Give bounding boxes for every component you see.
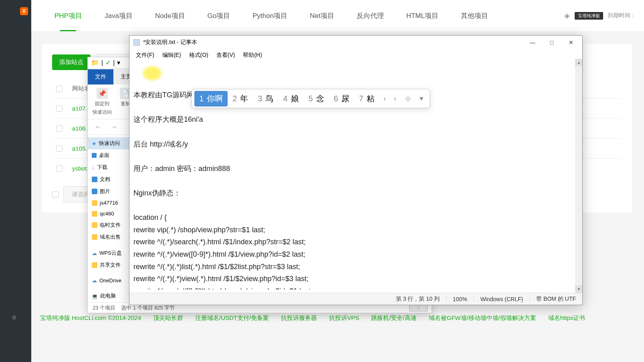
footer-link[interactable]: 顶尖站长群 xyxy=(153,314,183,322)
pin-quick-access-button[interactable]: 📌 固定到 快速访问 xyxy=(93,88,112,116)
tool-label: 固定到 xyxy=(95,101,109,107)
menu-help[interactable]: 帮助(H) xyxy=(240,51,265,60)
sidebar-folder[interactable]: qc480 xyxy=(88,208,131,219)
scroll-down-icon[interactable]: ▾ xyxy=(575,286,582,293)
line-ending: Windows (CRLF) xyxy=(474,296,530,302)
tab-other[interactable]: 其他项目 xyxy=(450,0,499,31)
tab-net[interactable]: Net项目 xyxy=(299,0,345,31)
close-button[interactable]: ✕ xyxy=(561,36,581,48)
hamburger-icon[interactable]: ≡ xyxy=(12,314,16,322)
ime-text: 粘 xyxy=(367,93,375,104)
encoding: 带 BOM 的 UTF xyxy=(529,296,582,303)
sidebar-this-pc[interactable]: 此电脑 xyxy=(88,290,131,302)
ime-emoji-button[interactable]: ☺ xyxy=(400,95,416,103)
ime-number: 4 xyxy=(283,94,287,103)
ime-next-button[interactable]: › xyxy=(390,95,400,103)
tab-java[interactable]: Java项目 xyxy=(93,0,144,31)
select-all-checkbox[interactable] xyxy=(52,191,59,198)
notepad-statusbar: 第 3 行，第 10 列 100% Windows (CRLF) 带 BOM 的… xyxy=(129,293,582,305)
folder-icon xyxy=(92,177,97,182)
menu-format[interactable]: 格式(O) xyxy=(186,51,212,60)
ime-candidate[interactable]: 4 娘 xyxy=(278,91,303,107)
footer-links: 宝塔纯净版 HostCLi.com ©2014-2024 顶尖站长群 注册域名/… xyxy=(40,314,632,322)
footer-link[interactable]: 抗投诉服务器 xyxy=(281,314,317,322)
sidebar-folder[interactable]: 域名出售 xyxy=(88,231,131,243)
ime-text: 尿 xyxy=(341,93,349,104)
ime-prev-button[interactable]: ‹ xyxy=(380,95,390,103)
tab-python[interactable]: Python项目 xyxy=(241,0,299,31)
view-icons-button[interactable] xyxy=(419,304,428,312)
sidebar-wps[interactable]: WPS云盘 xyxy=(88,247,131,259)
selection-info: 选中 1 个项目 825 字节 xyxy=(121,304,175,312)
check-all[interactable] xyxy=(56,86,63,92)
tab-go[interactable]: Go项目 xyxy=(196,0,242,31)
add-site-button[interactable]: 添加站点 xyxy=(52,54,91,70)
notepad-icon xyxy=(133,39,140,46)
footer-link[interactable]: 域名被GFW墙/移动墙中墙/假墙解决方案 xyxy=(429,314,536,322)
footer-link[interactable]: 跳板机/安全/高速 xyxy=(371,314,416,322)
sidebar-label: 桌面 xyxy=(99,152,109,159)
footer-link[interactable]: 宝塔纯净版 HostCLi.com ©2014-2024 xyxy=(40,314,141,322)
tab-proxy[interactable]: 反向代理 xyxy=(345,0,395,31)
ime-text: 年 xyxy=(240,93,248,104)
folder-icon xyxy=(92,211,97,217)
sidebar-pictures[interactable]: 图片 xyxy=(88,185,131,197)
ime-number: 1 xyxy=(199,94,204,103)
folder-icon xyxy=(92,200,97,206)
sidebar-label: WPS云盘 xyxy=(99,249,122,257)
forward-button[interactable]: → xyxy=(108,122,121,132)
ime-number: 6 xyxy=(334,94,338,103)
sidebar-folder[interactable]: js47716 xyxy=(88,197,131,208)
ime-candidate[interactable]: 7 粘 xyxy=(354,91,380,107)
view-toggle xyxy=(409,304,428,312)
sidebar-label: 快速访问 xyxy=(99,140,120,147)
ime-number: 2 xyxy=(232,94,237,103)
sidebar-label: OneDrive xyxy=(99,278,121,284)
sidebar-downloads[interactable]: 下载 xyxy=(88,161,131,173)
notepad-titlebar[interactable]: *安装说明.txt - 记事本 — □ ✕ xyxy=(129,36,582,49)
ime-candidate[interactable]: 6 尿 xyxy=(329,91,354,107)
tab-node[interactable]: Node项目 xyxy=(144,0,196,31)
minimize-button[interactable]: — xyxy=(523,36,542,48)
footer-link[interactable]: 抗投诉VPS xyxy=(329,314,359,322)
folder-small-icon: 📁 xyxy=(91,59,99,66)
sidebar-quick-access[interactable]: 快速访问 xyxy=(88,137,131,149)
tab-php[interactable]: PHP项目 xyxy=(43,0,93,31)
row-checkbox[interactable] xyxy=(56,145,63,152)
sidebar-label: qc480 xyxy=(100,211,114,217)
sidebar-shared[interactable]: 共享文件 xyxy=(88,259,131,271)
sidebar-onedrive[interactable]: OneDrive xyxy=(88,275,131,286)
maximize-button[interactable]: □ xyxy=(542,36,561,48)
sidebar-label: 此电脑 xyxy=(100,292,116,300)
view-details-button[interactable] xyxy=(409,304,418,312)
dropdown-icon[interactable]: ▾ xyxy=(117,59,120,66)
tab-html[interactable]: HTML项目 xyxy=(395,0,450,31)
footer-link[interactable]: 注册域名/USDT支付/免备案 xyxy=(195,314,269,322)
notepad-scrollbar[interactable]: ▴ ▾ xyxy=(575,59,582,293)
separator: | xyxy=(101,59,103,66)
scroll-up-icon[interactable]: ▴ xyxy=(575,59,582,66)
menu-view[interactable]: 查看(V) xyxy=(213,51,238,60)
menu-edit[interactable]: 编辑(E) xyxy=(159,51,184,60)
expiry-label: 到期时间： xyxy=(608,12,636,19)
row-checkbox[interactable] xyxy=(56,165,63,172)
cloud-icon xyxy=(92,278,97,284)
sidebar-desktop[interactable]: 桌面 xyxy=(88,149,131,161)
row-checkbox[interactable] xyxy=(56,125,63,132)
ime-candidate[interactable]: 5 念 xyxy=(304,91,329,107)
check-icon: ✓ xyxy=(105,59,111,66)
sidebar-documents[interactable]: 文档 xyxy=(88,173,131,185)
ime-candidate[interactable]: 3 鸟 xyxy=(253,91,278,107)
star-icon xyxy=(92,141,97,147)
sidebar-label: js47716 xyxy=(100,200,118,206)
row-checkbox[interactable] xyxy=(56,105,63,112)
sidebar-folder[interactable]: 临时文件 xyxy=(88,219,131,231)
tab-file[interactable]: 文件 xyxy=(88,69,113,84)
ime-candidate[interactable]: 2 年 xyxy=(228,91,253,107)
footer-link[interactable]: 域名https证书 xyxy=(548,314,585,322)
ime-dropdown-button[interactable]: ▾ xyxy=(416,94,427,103)
back-button[interactable]: ← xyxy=(92,122,105,132)
notepad-menu: 文件(F) 编辑(E) 格式(O) 查看(V) 帮助(H) xyxy=(129,49,582,61)
ime-candidate[interactable]: 1 你啊 xyxy=(194,91,228,107)
menu-file[interactable]: 文件(F) xyxy=(133,51,157,60)
